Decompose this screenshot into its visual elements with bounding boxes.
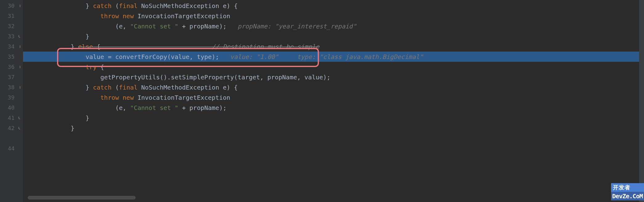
code-line[interactable]: }	[23, 31, 644, 41]
code-token: InvocationTargetException	[134, 12, 230, 20]
line-number[interactable]: 42	[0, 123, 23, 133]
code-token: (e,	[26, 104, 130, 112]
code-token: }	[26, 114, 89, 122]
code-token: propName: "year_interest_repaid"	[238, 23, 356, 30]
code-line[interactable]: } else { // Destination must be simple	[23, 41, 644, 52]
watermark-bottom: DevZe.CoM	[611, 192, 644, 200]
code-line[interactable]: }	[23, 123, 644, 133]
line-gutter: 3031323334353637383940414244	[0, 0, 23, 202]
fold-icon[interactable]	[18, 65, 22, 69]
code-token: catch	[93, 2, 112, 10]
code-token: InvocationTargetException	[134, 94, 230, 101]
code-line[interactable]: }	[23, 113, 644, 123]
code-token: NoSuchMethodException e) {	[137, 84, 238, 91]
code-line[interactable]	[23, 143, 644, 154]
line-number[interactable]	[0, 133, 23, 143]
code-line[interactable]: (e, "Cannot set " + propName); propName:…	[23, 21, 644, 31]
code-token: }	[26, 33, 89, 40]
code-line[interactable]: } catch (final NoSuchMethodException e) …	[23, 82, 644, 92]
code-token: "Cannot set "	[130, 23, 178, 30]
code-token: final	[119, 2, 137, 10]
code-line[interactable]: throw new InvocationTargetException	[23, 11, 644, 21]
fold-icon[interactable]	[18, 86, 22, 89]
fold-icon[interactable]	[18, 116, 22, 120]
line-number[interactable]: 34	[0, 41, 23, 52]
line-number[interactable]: 41	[0, 113, 23, 123]
line-number[interactable]: 40	[0, 103, 23, 113]
code-token: {	[93, 43, 212, 50]
fold-icon[interactable]	[18, 4, 22, 8]
line-number[interactable]: 30	[0, 1, 23, 11]
line-number[interactable]: 44	[0, 143, 23, 154]
code-token: // Destination must be simple	[212, 43, 319, 50]
code-token: getPropertyUtils().setSimpleProperty(tar…	[26, 74, 330, 81]
devze-watermark: 开发者 DevZe.CoM	[611, 183, 644, 200]
line-number[interactable]: 33	[0, 31, 23, 41]
code-token: + propName);	[178, 23, 238, 30]
code-token	[26, 63, 86, 71]
fold-icon[interactable]	[18, 126, 22, 130]
code-token: try	[86, 63, 97, 71]
line-number[interactable]: 32	[0, 21, 23, 31]
code-token: else	[78, 43, 93, 50]
code-token: {	[97, 63, 104, 71]
vertical-scrollbar-track[interactable]	[639, 0, 644, 202]
code-token: (	[112, 2, 119, 10]
line-number[interactable]: 37	[0, 72, 23, 82]
line-number[interactable]: 39	[0, 92, 23, 103]
code-token: throw new	[100, 94, 134, 101]
code-line[interactable]: value = convertForCopy(value, type); val…	[23, 52, 644, 62]
code-token: throw new	[100, 12, 134, 20]
code-token: }	[26, 84, 93, 91]
code-area[interactable]: } catch (final NoSuchMethodException e) …	[23, 0, 644, 202]
code-line[interactable]: try {	[23, 62, 644, 72]
line-number[interactable]: 36	[0, 62, 23, 72]
code-token	[279, 53, 297, 61]
code-token	[26, 12, 100, 20]
code-token: "Cannot set "	[130, 104, 178, 112]
line-number[interactable]: 35	[0, 52, 23, 62]
code-token: + propName);	[178, 104, 227, 112]
code-token: }	[26, 2, 93, 10]
code-token: catch	[93, 84, 112, 91]
code-line[interactable]	[23, 133, 644, 143]
code-line[interactable]: } catch (final NoSuchMethodException e) …	[23, 1, 644, 11]
code-editor: 3031323334353637383940414244 } catch (fi…	[0, 0, 644, 202]
code-token: NoSuchMethodException e) {	[137, 2, 238, 10]
line-number[interactable]: 31	[0, 11, 23, 21]
line-number[interactable]: 38	[0, 82, 23, 92]
code-token: }	[26, 43, 78, 50]
code-token: final	[119, 84, 137, 91]
code-token: (	[112, 84, 119, 91]
fold-icon[interactable]	[18, 45, 22, 48]
code-line[interactable]: (e, "Cannot set " + propName);	[23, 103, 644, 113]
code-token: }	[26, 124, 75, 132]
code-line[interactable]: getPropertyUtils().setSimpleProperty(tar…	[23, 72, 644, 82]
watermark-top: 开发者	[611, 183, 644, 192]
code-token: (e,	[26, 23, 130, 30]
code-token: value: "1.00"	[230, 53, 279, 61]
code-token: value = convertForCopy(value, type);	[26, 53, 230, 61]
fold-icon[interactable]	[18, 35, 22, 38]
code-line[interactable]: throw new InvocationTargetException	[23, 92, 644, 103]
code-token	[26, 94, 100, 101]
horizontal-scrollbar[interactable]	[28, 196, 136, 200]
code-token: type: "class java.math.BigDecimal"	[297, 53, 423, 61]
